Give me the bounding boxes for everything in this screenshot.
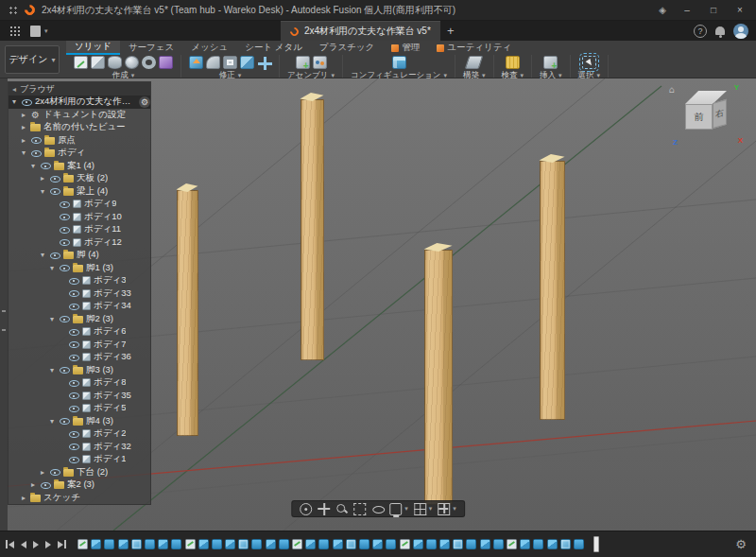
visibility-eye-icon[interactable]	[68, 429, 79, 439]
visibility-eye-icon[interactable]	[49, 174, 60, 183]
insert-icon[interactable]	[543, 56, 558, 69]
browser-node[interactable]: ボディ5	[9, 402, 150, 415]
timeline-feature-icon[interactable]	[198, 539, 209, 549]
browser-node[interactable]: ▾脚2 (3)	[9, 313, 150, 326]
timeline-feature-icon[interactable]	[238, 539, 249, 549]
timeline-feature-icon[interactable]	[305, 539, 316, 549]
configuration-icon[interactable]	[392, 56, 406, 69]
visibility-eye-icon[interactable]	[49, 186, 60, 196]
timeline-feature-icon[interactable]	[118, 539, 129, 549]
browser-node[interactable]: ▾梁上 (4)	[9, 185, 150, 199]
create-sketch-icon[interactable]	[74, 56, 88, 69]
visibility-eye-icon[interactable]	[40, 161, 51, 170]
timeline-feature-icon[interactable]	[493, 539, 504, 549]
visibility-eye-icon[interactable]	[59, 416, 70, 426]
visibility-eye-icon[interactable]	[59, 212, 70, 221]
timeline-feature-icon[interactable]	[480, 539, 490, 549]
browser-node[interactable]: ▾脚 (4)	[9, 249, 150, 262]
visibility-eye-icon[interactable]	[68, 442, 79, 451]
timeline-feature-icon[interactable]	[547, 539, 558, 549]
timeline-feature-icon[interactable]	[560, 539, 571, 549]
browser-node[interactable]: ボディ3	[9, 274, 150, 287]
box-icon[interactable]	[91, 56, 105, 69]
expand-arrow-icon[interactable]: ▸	[39, 468, 46, 477]
construction-plane-icon[interactable]	[465, 56, 484, 69]
timeline-feature-icon[interactable]	[466, 539, 476, 549]
timeline-feature-icon[interactable]	[533, 539, 543, 549]
timeline-feature-icon[interactable]	[318, 539, 329, 549]
browser-node[interactable]: ボディ7	[9, 339, 150, 352]
collapse-arrow-icon[interactable]: ▾	[39, 187, 46, 196]
timeline-feature-icon[interactable]	[225, 539, 235, 549]
timeline-feature-icon[interactable]	[266, 539, 276, 549]
ribbon-tab-管理[interactable]: 管理	[383, 41, 428, 55]
viewcube-right-face[interactable]: 右	[713, 99, 727, 129]
maximize-button[interactable]: □	[701, 1, 726, 20]
wood-post-3[interactable]	[424, 250, 453, 505]
wood-post-2[interactable]	[301, 99, 324, 360]
pan-icon[interactable]	[318, 503, 330, 515]
ribbon-tab-プラスチック[interactable]: プラスチック	[311, 41, 383, 55]
expand-arrow-icon[interactable]: ▸	[20, 136, 27, 145]
browser-node[interactable]: ボディ8	[9, 376, 150, 390]
timeline-feature-icon[interactable]	[333, 539, 343, 549]
browser-node[interactable]: ▸下台 (2)	[9, 466, 150, 479]
timeline-position-marker[interactable]	[593, 536, 599, 552]
browser-panel-header[interactable]: ◂ ブラウザ	[9, 82, 150, 96]
press-pull-icon[interactable]	[189, 56, 203, 69]
visibility-eye-icon[interactable]	[40, 480, 51, 490]
collapse-arrow-icon[interactable]: ▾	[48, 417, 56, 426]
browser-node[interactable]: ボディ9	[9, 198, 150, 211]
visibility-eye-icon[interactable]	[68, 404, 79, 413]
timeline-feature-icon[interactable]	[91, 539, 101, 549]
combine-icon[interactable]	[240, 56, 254, 69]
visibility-eye-icon[interactable]	[59, 314, 70, 323]
expand-arrow-icon[interactable]: ▸	[20, 494, 27, 502]
browser-node[interactable]: ▸天板 (2)	[9, 172, 150, 185]
timeline-feature-icon[interactable]	[158, 539, 168, 549]
collapse-arrow-icon[interactable]: ▾	[48, 315, 56, 323]
data-panel-icon[interactable]	[8, 25, 21, 38]
ribbon-tab-ソリッド[interactable]: ソリッド	[66, 41, 120, 55]
viewcube-home-icon[interactable]: ⌂	[669, 84, 675, 95]
visibility-eye-icon[interactable]	[68, 276, 79, 286]
timeline-feature-icon[interactable]	[453, 539, 463, 549]
new-tab-button[interactable]: +	[440, 21, 461, 41]
browser-node[interactable]: ボディ10	[9, 211, 150, 224]
timeline-feature-icon[interactable]	[520, 539, 530, 549]
browser-node[interactable]: ▸名前の付いたビュー	[9, 121, 150, 134]
visibility-eye-icon[interactable]	[59, 365, 70, 374]
visibility-eye-icon[interactable]	[49, 467, 60, 477]
ribbon-tab-シート メタル[interactable]: シート メタル	[236, 41, 311, 55]
browser-node[interactable]: ▾2x4材利用の丈夫な作業台 v5⚙	[9, 96, 150, 109]
visibility-eye-icon[interactable]	[68, 327, 79, 337]
viewports-icon[interactable]	[438, 503, 450, 515]
step-back-button[interactable]	[21, 541, 26, 548]
app-grid-icon[interactable]	[8, 5, 19, 16]
timeline-feature-icon[interactable]	[372, 539, 383, 549]
visibility-eye-icon[interactable]	[21, 97, 32, 107]
browser-node[interactable]: ▾案1 (4)	[9, 160, 150, 173]
collapse-arrow-icon[interactable]: ▾	[48, 264, 56, 272]
visibility-eye-icon[interactable]	[68, 339, 79, 349]
visibility-eye-icon[interactable]	[68, 378, 79, 388]
close-button[interactable]: ×	[728, 1, 752, 20]
browser-node[interactable]: ボディ11	[9, 223, 150, 236]
shell-icon[interactable]	[223, 56, 237, 69]
expand-arrow-icon[interactable]: ▸	[20, 111, 27, 119]
timeline-feature-icon[interactable]	[574, 539, 584, 549]
timeline-feature-icon[interactable]	[251, 539, 262, 549]
visibility-eye-icon[interactable]	[68, 302, 79, 311]
visibility-eye-icon[interactable]	[59, 263, 70, 272]
browser-node[interactable]: ボディ32	[9, 441, 150, 454]
expand-arrow-icon[interactable]: ▸	[39, 174, 46, 183]
browser-node[interactable]: ▾脚3 (3)	[9, 364, 150, 377]
browser-node[interactable]: ▸案2 (3)	[9, 479, 150, 492]
look-at-icon[interactable]	[371, 503, 384, 515]
timeline-feature-icon[interactable]	[346, 539, 356, 549]
go-to-start-button[interactable]	[6, 540, 14, 548]
visibility-eye-icon[interactable]	[59, 225, 70, 235]
browser-node[interactable]: ボディ12	[9, 236, 150, 250]
browser-node[interactable]: ボディ33	[9, 287, 150, 301]
zoom-icon[interactable]	[335, 503, 348, 515]
